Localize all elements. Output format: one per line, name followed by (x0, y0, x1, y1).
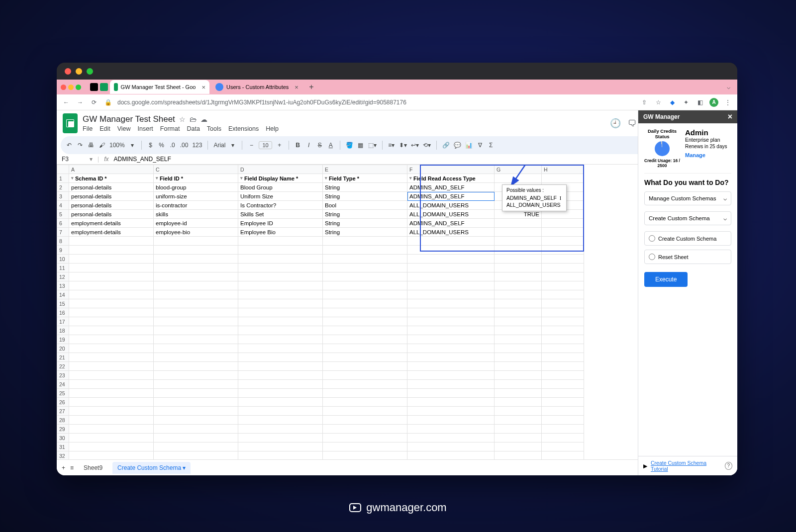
row-header[interactable]: 31 (57, 443, 69, 451)
cell[interactable] (154, 344, 238, 353)
cell[interactable] (238, 290, 323, 299)
cell[interactable] (407, 290, 495, 299)
cell[interactable] (154, 308, 238, 317)
cell[interactable] (407, 362, 495, 371)
star-icon[interactable]: ☆ (179, 115, 186, 123)
cell[interactable] (495, 434, 542, 443)
valign-icon[interactable]: ⬍▾ (399, 142, 407, 149)
comment-icon[interactable]: 💬 (454, 142, 461, 149)
cell[interactable] (323, 362, 407, 371)
chrome-zoom-icon[interactable] (76, 85, 81, 90)
cell[interactable] (407, 344, 495, 353)
cell[interactable] (542, 272, 584, 281)
cell[interactable] (542, 362, 584, 371)
cell[interactable] (238, 451, 323, 460)
close-icon[interactable]: × (201, 84, 205, 91)
back-icon[interactable]: ← (62, 99, 71, 106)
cell[interactable] (495, 371, 542, 380)
window-close-icon[interactable] (65, 68, 71, 75)
cell[interactable] (407, 317, 495, 326)
cell[interactable] (154, 272, 238, 281)
tab-list-icon[interactable]: ⌵ (727, 84, 733, 90)
cell[interactable]: String (323, 183, 407, 192)
all-sheets-icon[interactable]: ≡ (70, 464, 74, 471)
cell[interactable] (323, 398, 407, 407)
row-header[interactable]: 32 (57, 451, 69, 460)
cell[interactable] (323, 246, 407, 255)
cell[interactable] (323, 299, 407, 308)
cell[interactable] (154, 255, 238, 264)
row-header[interactable]: 1 (57, 174, 69, 183)
cell[interactable] (495, 308, 542, 317)
cell[interactable] (238, 362, 323, 371)
manage-link[interactable]: Manage (685, 152, 705, 158)
cell[interactable] (495, 255, 542, 264)
zoom-select[interactable]: 100% (109, 142, 125, 149)
close-icon[interactable]: × (295, 84, 298, 91)
cell[interactable] (238, 317, 323, 326)
cell[interactable] (154, 371, 238, 380)
cell[interactable]: ALL_DOMAIN_USERS (407, 210, 495, 219)
cell[interactable] (495, 362, 542, 371)
history-icon[interactable]: 🕘 (610, 118, 621, 129)
cell[interactable] (323, 344, 407, 353)
row-header[interactable]: 25 (57, 389, 69, 398)
cell[interactable]: Employee ID (238, 219, 323, 228)
cell[interactable]: employment-details (69, 219, 154, 228)
extension-icon[interactable]: ◆ (668, 99, 677, 106)
row-header[interactable]: 3 (57, 192, 69, 201)
cell[interactable] (407, 299, 495, 308)
cell[interactable] (154, 335, 238, 344)
help-icon[interactable]: ? (725, 462, 732, 470)
cell[interactable]: ▾Field Display Name * (238, 174, 323, 183)
cell[interactable] (495, 335, 542, 344)
cell[interactable] (495, 353, 542, 362)
execute-button[interactable]: Execute (644, 272, 688, 287)
cell[interactable] (238, 380, 323, 389)
document-title[interactable]: GW Manager Test Sheet (83, 114, 175, 124)
cell[interactable]: employee-bio (154, 228, 238, 237)
forward-icon[interactable]: → (76, 99, 85, 106)
cell[interactable] (542, 264, 584, 272)
row-header[interactable]: 7 (57, 228, 69, 237)
cell[interactable] (542, 174, 584, 183)
cell[interactable] (323, 434, 407, 443)
row-header[interactable]: 19 (57, 335, 69, 344)
cell[interactable] (238, 272, 323, 281)
cell[interactable] (323, 272, 407, 281)
row-header[interactable]: 5 (57, 210, 69, 219)
cell[interactable] (407, 398, 495, 407)
row-header[interactable]: 29 (57, 425, 69, 434)
cell[interactable] (69, 281, 154, 290)
cell[interactable] (154, 353, 238, 362)
browser-tab[interactable]: Users - Custom Attributes × (211, 80, 302, 94)
menu-help[interactable]: Help (266, 125, 279, 132)
cell[interactable] (154, 425, 238, 434)
cell[interactable] (323, 264, 407, 272)
cell[interactable] (542, 219, 584, 228)
cell[interactable] (323, 255, 407, 264)
font-size-input[interactable]: 10 (259, 141, 272, 149)
cell[interactable] (495, 174, 542, 183)
column-header[interactable]: G (495, 165, 542, 174)
sheets-logo-icon[interactable] (63, 113, 78, 133)
cell[interactable] (154, 290, 238, 299)
row-header[interactable]: 21 (57, 353, 69, 362)
cell[interactable] (69, 264, 154, 272)
add-sheet-button[interactable]: + (62, 464, 65, 471)
move-icon[interactable]: 🗁 (190, 115, 197, 123)
cell[interactable] (407, 434, 495, 443)
functions-icon[interactable]: Σ (488, 142, 495, 149)
italic-icon[interactable]: I (305, 142, 312, 149)
cell[interactable] (154, 246, 238, 255)
row-header[interactable]: 23 (57, 371, 69, 380)
increase-decimal-icon[interactable]: .00 (180, 142, 189, 149)
cell[interactable] (495, 443, 542, 451)
column-header[interactable]: F (407, 165, 495, 174)
more-formats-icon[interactable]: 123 (192, 142, 202, 149)
cell[interactable] (495, 326, 542, 335)
menu-extensions[interactable]: Extensions (228, 125, 259, 132)
cell[interactable] (495, 299, 542, 308)
cell[interactable] (495, 219, 542, 228)
cell[interactable] (407, 416, 495, 425)
